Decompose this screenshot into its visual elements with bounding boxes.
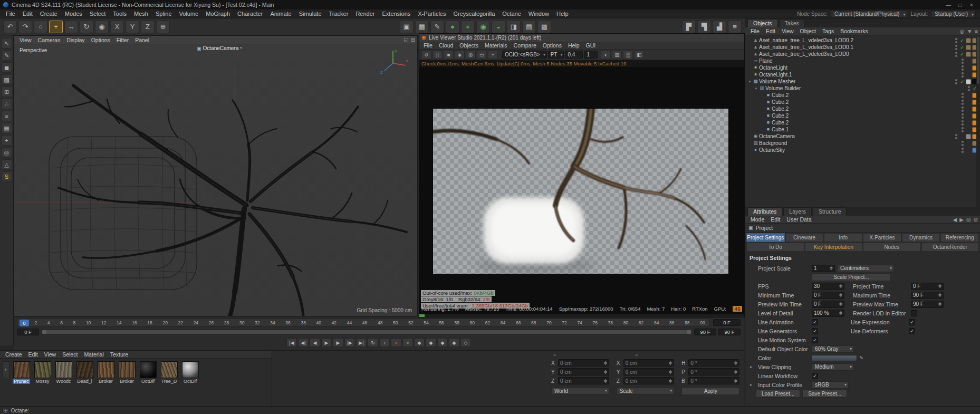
octane-settings-icon[interactable]: ● bbox=[461, 21, 475, 33]
use-generators-checkbox[interactable]: ✓ bbox=[812, 328, 818, 334]
scale-tool-icon[interactable]: ↔ bbox=[64, 21, 78, 33]
loop-button[interactable]: ↻ bbox=[368, 338, 378, 347]
prev-key-button[interactable]: ◀| bbox=[298, 338, 309, 347]
frame-tick-90[interactable]: 90 bbox=[700, 320, 705, 325]
phong-tag-icon[interactable] bbox=[966, 79, 971, 84]
material-menu-texture[interactable]: Texture bbox=[107, 351, 131, 358]
spinner[interactable] bbox=[669, 370, 672, 374]
menu-select[interactable]: Select bbox=[86, 9, 110, 18]
render-visibility-dot[interactable] bbox=[962, 117, 964, 119]
spinner[interactable] bbox=[734, 361, 737, 365]
frame-tick-36[interactable]: 36 bbox=[285, 320, 290, 325]
record-keyframe-button[interactable]: ● bbox=[391, 338, 401, 347]
viewport-canvas[interactable]: Perspective ▣ OctaneCamera * Y X Z Grid … bbox=[14, 44, 417, 316]
viewport-camera-label[interactable]: ▣ OctaneCamera * bbox=[197, 45, 242, 51]
frame-tick-42[interactable]: 42 bbox=[332, 320, 337, 325]
frame-tick-62[interactable]: 62 bbox=[485, 320, 490, 325]
preview-min-time-field-spinner[interactable] bbox=[839, 302, 842, 306]
size-x-field[interactable]: 0 cm bbox=[623, 359, 675, 367]
coord-system-combo[interactable]: World bbox=[551, 387, 609, 394]
object-row-volume-mesher[interactable]: ▾▦Volume Mesher✓ bbox=[747, 78, 979, 85]
material-picker-icon[interactable]: + bbox=[488, 51, 498, 59]
frame-tick-50[interactable]: 50 bbox=[393, 320, 398, 325]
editor-visibility-dot[interactable] bbox=[955, 45, 957, 47]
tab-structure[interactable]: Structure bbox=[813, 207, 847, 216]
rotation-p-field[interactable]: 0 ° bbox=[688, 368, 739, 376]
object-row-aset-nature-tree-l-vdeled3va-lod0-1[interactable]: ▲Aset_nature_tree_L_vdeled3va_LOD0.1✓ bbox=[747, 44, 979, 51]
frame-tick-30[interactable]: 30 bbox=[239, 320, 244, 325]
menu-window[interactable]: Window bbox=[525, 9, 553, 18]
range-handle-right[interactable] bbox=[687, 330, 691, 334]
object-row-octanecamera[interactable]: ◉OctaneCamera bbox=[747, 133, 979, 140]
level-of-detail-field[interactable]: 100 % bbox=[812, 310, 844, 317]
size-y-field[interactable]: 0 cm bbox=[623, 368, 675, 376]
project-scale-field-spinner[interactable] bbox=[830, 266, 833, 270]
frame-tick-70[interactable]: 70 bbox=[546, 320, 551, 325]
content-browser-icon[interactable]: ▩ bbox=[537, 21, 551, 33]
render-lod-checkbox[interactable] bbox=[911, 310, 917, 316]
exposure-field[interactable]: 1 bbox=[584, 51, 598, 59]
level-of-detail-field-spinner[interactable] bbox=[839, 311, 842, 315]
material-thumbnail[interactable] bbox=[140, 361, 157, 378]
position-x-field[interactable]: 0 cm bbox=[558, 359, 609, 367]
frame-tick-58[interactable]: 58 bbox=[455, 320, 459, 325]
visibility-dots[interactable] bbox=[968, 86, 970, 91]
lv-menu-options[interactable]: Options bbox=[540, 42, 565, 49]
live-selection-icon[interactable]: ○ bbox=[34, 21, 47, 33]
attr-tab-info[interactable]: Info bbox=[824, 233, 862, 242]
object-row-cube-2[interactable]: ■Cube.2 bbox=[747, 105, 979, 112]
spinner[interactable] bbox=[669, 379, 672, 383]
render-visibility-dot[interactable] bbox=[962, 103, 964, 105]
frame-tick-46[interactable]: 46 bbox=[362, 320, 367, 325]
viewport-menu-panel[interactable]: Panel bbox=[132, 36, 152, 44]
select-arrow-icon[interactable]: ↖ bbox=[2, 38, 12, 49]
editor-visibility-dot[interactable] bbox=[955, 52, 957, 54]
editor-visibility-dot[interactable] bbox=[962, 107, 964, 109]
load-preset-button[interactable]: Load Preset... bbox=[756, 390, 800, 398]
linear-workflow-checkbox[interactable]: ✓ bbox=[812, 373, 818, 379]
attr-tab-octanerender[interactable]: OctaneRender bbox=[921, 243, 979, 252]
eyedropper-icon[interactable]: ✎ bbox=[859, 355, 863, 361]
frame-tick-28[interactable]: 28 bbox=[224, 320, 229, 325]
material-item-octdif[interactable]: OctDif bbox=[181, 361, 199, 384]
object-row-octanelight-1[interactable]: ☀OctaneLight.1 bbox=[747, 71, 979, 78]
visibility-dots[interactable] bbox=[962, 120, 964, 126]
frame-tick-26[interactable]: 26 bbox=[209, 320, 214, 325]
range-handle-left[interactable] bbox=[42, 330, 46, 334]
material-item-woodc[interactable]: Woodc bbox=[54, 361, 73, 384]
lv-menu-help[interactable]: Help bbox=[565, 42, 583, 49]
editor-visibility-dot[interactable] bbox=[962, 65, 964, 68]
search-icon[interactable]: ◎ bbox=[960, 28, 965, 34]
denoise-icon[interactable]: ▒ bbox=[623, 51, 633, 59]
attr-tab-dynamics[interactable]: Dynamics bbox=[902, 233, 940, 242]
focus-picker-icon[interactable]: ◎ bbox=[466, 51, 476, 59]
frame-tick-4[interactable]: 4 bbox=[47, 320, 50, 325]
record-rotation-button[interactable]: ◆ bbox=[437, 338, 448, 347]
spinner[interactable] bbox=[734, 370, 737, 374]
viewport-layout-icon[interactable]: ⊞ bbox=[411, 37, 415, 43]
om-menu-bookmarks[interactable]: Bookmarks bbox=[837, 27, 871, 35]
material-thumbnail[interactable] bbox=[13, 361, 30, 378]
make-editable-icon[interactable]: ✎ bbox=[2, 50, 12, 61]
visibility-dots[interactable] bbox=[962, 113, 964, 119]
render-visibility-dot[interactable] bbox=[962, 130, 964, 132]
live-viewer-titlebar[interactable]: Live Viewer Studio 2021.1.1-(R2) (201 da… bbox=[419, 34, 744, 42]
object-row-octanesky[interactable]: ●OctaneSky bbox=[747, 147, 979, 153]
attr-tab-to-do[interactable]: To Do bbox=[746, 243, 804, 252]
play-button[interactable]: ▶ bbox=[321, 338, 332, 347]
polygons-mode-icon[interactable]: ▦ bbox=[2, 123, 12, 133]
panel-handle-icon[interactable]: ≡ bbox=[553, 352, 556, 358]
enabled-check-icon[interactable]: ✓ bbox=[959, 79, 965, 84]
visibility-dots[interactable] bbox=[962, 93, 964, 98]
object-list-scrollbar[interactable] bbox=[976, 35, 980, 207]
tab-layers[interactable]: Layers bbox=[783, 207, 812, 216]
tab-attributes[interactable]: Attributes bbox=[747, 207, 782, 216]
project-time-field[interactable]: 0 F bbox=[911, 283, 944, 290]
stop-render-icon[interactable]: ■ bbox=[444, 51, 454, 59]
editor-visibility-dot[interactable] bbox=[968, 86, 970, 88]
render-visibility-dot[interactable] bbox=[955, 55, 957, 57]
frame-tick-32[interactable]: 32 bbox=[255, 320, 260, 325]
size-mode-combo[interactable]: Scale bbox=[617, 387, 675, 394]
position-z-field[interactable]: 0 cm bbox=[558, 377, 609, 384]
use-animation-checkbox[interactable]: ✓ bbox=[812, 319, 818, 325]
